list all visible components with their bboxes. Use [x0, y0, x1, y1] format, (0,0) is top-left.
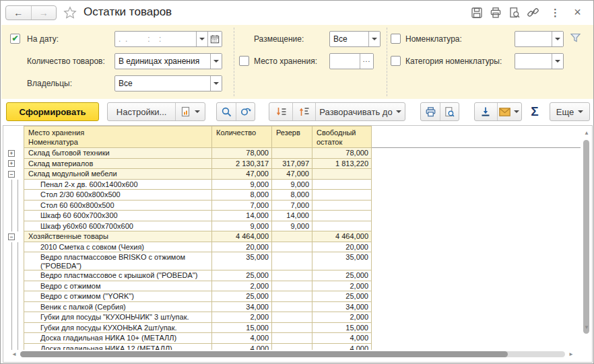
table-row[interactable]: Ведро с отжимом2,0002,000 [3, 281, 581, 292]
table-row[interactable]: Шкаф 60 600х700х30014,00014,000 [3, 211, 581, 221]
cell-name: Ведро пластмассовое с крышкой ("POBEDA") [24, 270, 212, 281]
report-variant-button[interactable] [175, 103, 205, 120]
settings-button[interactable]: Настройки... [108, 103, 175, 120]
table-row[interactable]: Стол 2/30 600х800х5008,0008,000 [3, 190, 581, 201]
table-row[interactable]: +Склад материалов2 130,317317,0971 813,2… [3, 159, 581, 170]
expand-icon[interactable]: + [8, 150, 15, 157]
table-row[interactable]: Доска гладильная НИКА 12 (МЕТАЛЛ)4,0004,… [3, 344, 581, 351]
table-row[interactable]: Пенал 2-х дв. 600х1400х6009,0009,000 [3, 180, 581, 190]
cell-name: Ведро с отжимом [24, 281, 212, 292]
table-row[interactable]: 2010 Сметка с совком (Чехия)20,00020,000 [3, 242, 581, 253]
print-icon[interactable] [489, 6, 502, 19]
nomenclature-checkbox[interactable] [391, 34, 401, 44]
table-row[interactable]: Стол 60 600х800х5007,0007,000 [3, 201, 581, 211]
table-row[interactable]: +Склад бытовой техники78,00078,000 [3, 148, 581, 159]
row-filler [372, 190, 581, 201]
on-date-checkbox[interactable]: ✔ [10, 34, 20, 44]
expand-to-button[interactable]: Разворачивать до [315, 103, 405, 120]
table-row[interactable]: Веник с палкой (Сербия)34,00034,000 [3, 302, 581, 313]
table-row[interactable]: Губки для посуды КУХОНЬКА 2шт/упак.15,00… [3, 323, 581, 334]
search-reset-icon[interactable] [236, 103, 255, 120]
cell-free: 4,000 [312, 344, 372, 351]
tree-gutter [3, 252, 24, 270]
generate-button[interactable]: Сформировать [6, 102, 99, 121]
dropdown-icon[interactable] [552, 54, 563, 69]
table-row[interactable]: Губки для посуды "КУХОНЬЧИК" 3 шт/упак.2… [3, 312, 581, 323]
favorite-star-icon[interactable] [63, 6, 77, 20]
calendar-icon[interactable] [207, 32, 222, 46]
storage-input[interactable]: ... [329, 53, 374, 69]
dropdown-icon[interactable] [210, 54, 222, 69]
expand-icon[interactable]: + [8, 160, 15, 167]
horizontal-scrollbar[interactable]: ◄ ► [3, 351, 592, 359]
expand-group: Разворачивать до [269, 102, 405, 121]
cell-free [312, 221, 372, 232]
on-date-input[interactable]: . . : : [114, 31, 222, 47]
horizontal-scroll-thumb[interactable] [20, 351, 508, 357]
page-title: Остатки товаров [84, 5, 172, 19]
table-row[interactable]: −Склад модульной мебели47,00047,000 [3, 169, 581, 180]
cell-free: 2,000 [312, 312, 372, 323]
cell-qty: 47,000 [212, 169, 272, 180]
collapse-groups-icon[interactable] [292, 103, 315, 120]
storage-checkbox[interactable] [239, 56, 249, 66]
sum-button[interactable]: Σ [526, 102, 543, 121]
print-icon[interactable] [421, 103, 440, 120]
nomenclature-select[interactable] [515, 31, 564, 47]
back-button[interactable]: ← [6, 6, 31, 20]
choose-icon[interactable]: ... [360, 54, 373, 69]
vertical-scrollbar[interactable]: ▲ ▼ [581, 126, 592, 350]
scroll-left-icon[interactable]: ◄ [11, 351, 18, 359]
cell-free: 4,000 [312, 333, 372, 344]
scroll-right-icon[interactable]: ► [568, 351, 574, 359]
table-row[interactable]: Ведро пластмассовое BRISKO с отжимом ("P… [3, 252, 581, 270]
header-reserve[interactable]: Резерв [272, 126, 312, 148]
cell-res [272, 291, 312, 302]
tree-gutter [3, 291, 24, 302]
table-row[interactable]: Доска гладильная НИКА 10+ (МЕТАЛЛ)4,0004… [3, 333, 581, 344]
dropdown-icon[interactable] [196, 32, 207, 46]
close-icon[interactable]: × [571, 6, 584, 19]
cell-free: 4 464,000 [312, 231, 372, 242]
print-preview-icon[interactable] [508, 6, 521, 19]
more-button[interactable]: Еще [550, 102, 590, 121]
cell-name: Губки для посуды "КУХОНЬЧИК" 3 шт/упак. [24, 312, 212, 323]
dropdown-icon[interactable] [210, 76, 222, 91]
cell-res [272, 252, 312, 270]
placement-select[interactable]: Все [329, 31, 381, 47]
header-free[interactable]: Свободный остаток [312, 126, 372, 148]
filter-funnel-icon[interactable] [570, 32, 581, 44]
print-preview-icon[interactable] [440, 103, 459, 120]
table-row[interactable]: Ведро с отжимом ("YORK")25,00025,000 [3, 291, 581, 302]
table-row[interactable]: −Хозяйственные товары4 464,0004 464,000 [3, 231, 581, 242]
more-dots-icon[interactable]: ⋮ [549, 6, 562, 19]
category-checkbox[interactable] [391, 56, 401, 66]
cell-res: 7,000 [272, 201, 312, 211]
dropdown-icon[interactable] [552, 32, 563, 46]
table-row[interactable]: Ведро пластмассовое с крышкой ("POBEDA")… [3, 270, 581, 281]
scroll-up-icon[interactable]: ▲ [581, 130, 592, 138]
scroll-down-icon[interactable]: ▼ [581, 324, 592, 332]
mail-button[interactable] [497, 103, 521, 120]
header-place-nomenclature[interactable]: Место хранения Номенклатура [24, 126, 212, 148]
forward-button[interactable]: → [31, 6, 57, 20]
header-quantity[interactable]: Количество [212, 126, 272, 148]
dropdown-icon[interactable] [368, 32, 380, 46]
vertical-scroll-thumb[interactable] [583, 140, 589, 334]
collapse-icon[interactable]: − [8, 233, 15, 240]
category-select[interactable] [515, 53, 564, 69]
owners-select[interactable]: Все [114, 75, 222, 92]
cell-res: 47,000 [272, 169, 312, 180]
cell-res [272, 312, 312, 323]
export-file-icon[interactable] [475, 103, 497, 120]
cell-name: Пенал 2-х дв. 600х1400х600 [24, 180, 212, 190]
collapse-icon[interactable]: − [8, 171, 15, 178]
search-group [216, 102, 255, 121]
quantity-mode-select[interactable]: В единицах хранения [114, 53, 222, 69]
link-icon[interactable] [527, 6, 539, 19]
expand-groups-icon[interactable] [269, 103, 292, 120]
cell-name: 2010 Сметка с совком (Чехия) [24, 242, 212, 253]
save-icon[interactable] [470, 6, 483, 19]
search-icon[interactable] [217, 103, 236, 120]
table-row[interactable]: Шкаф у60х60 600х700х6009,0009,000 [3, 221, 581, 232]
